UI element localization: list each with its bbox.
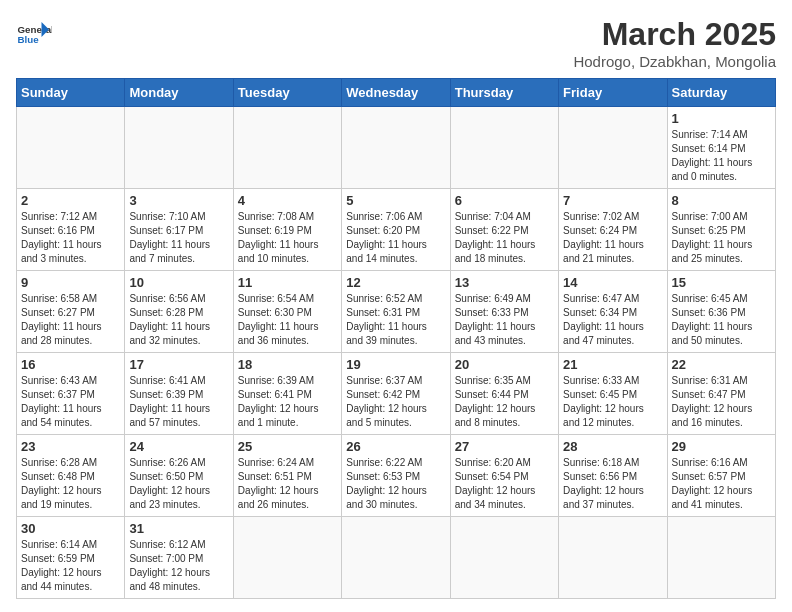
day-cell: 7Sunrise: 7:02 AM Sunset: 6:24 PM Daylig… xyxy=(559,189,667,271)
svg-text:Blue: Blue xyxy=(18,34,40,45)
logo: General Blue xyxy=(16,16,52,52)
day-info: Sunrise: 7:10 AM Sunset: 6:17 PM Dayligh… xyxy=(129,210,228,266)
day-cell: 5Sunrise: 7:06 AM Sunset: 6:20 PM Daylig… xyxy=(342,189,450,271)
day-number: 17 xyxy=(129,357,228,372)
day-number: 3 xyxy=(129,193,228,208)
weekday-header-tuesday: Tuesday xyxy=(233,79,341,107)
day-cell: 4Sunrise: 7:08 AM Sunset: 6:19 PM Daylig… xyxy=(233,189,341,271)
day-cell: 25Sunrise: 6:24 AM Sunset: 6:51 PM Dayli… xyxy=(233,435,341,517)
day-info: Sunrise: 6:41 AM Sunset: 6:39 PM Dayligh… xyxy=(129,374,228,430)
day-number: 19 xyxy=(346,357,445,372)
day-cell: 22Sunrise: 6:31 AM Sunset: 6:47 PM Dayli… xyxy=(667,353,775,435)
day-info: Sunrise: 7:04 AM Sunset: 6:22 PM Dayligh… xyxy=(455,210,554,266)
header: General Blue March 2025 Hodrogo, Dzabkha… xyxy=(16,16,776,70)
title-block: March 2025 Hodrogo, Dzabkhan, Mongolia xyxy=(573,16,776,70)
weekday-header-row: SundayMondayTuesdayWednesdayThursdayFrid… xyxy=(17,79,776,107)
day-number: 24 xyxy=(129,439,228,454)
day-cell: 30Sunrise: 6:14 AM Sunset: 6:59 PM Dayli… xyxy=(17,517,125,599)
day-info: Sunrise: 6:37 AM Sunset: 6:42 PM Dayligh… xyxy=(346,374,445,430)
weekday-header-thursday: Thursday xyxy=(450,79,558,107)
day-number: 22 xyxy=(672,357,771,372)
week-row-1: 1Sunrise: 7:14 AM Sunset: 6:14 PM Daylig… xyxy=(17,107,776,189)
day-number: 29 xyxy=(672,439,771,454)
day-info: Sunrise: 6:35 AM Sunset: 6:44 PM Dayligh… xyxy=(455,374,554,430)
day-info: Sunrise: 6:28 AM Sunset: 6:48 PM Dayligh… xyxy=(21,456,120,512)
day-cell: 24Sunrise: 6:26 AM Sunset: 6:50 PM Dayli… xyxy=(125,435,233,517)
day-number: 11 xyxy=(238,275,337,290)
day-cell: 13Sunrise: 6:49 AM Sunset: 6:33 PM Dayli… xyxy=(450,271,558,353)
day-cell xyxy=(125,107,233,189)
day-cell: 8Sunrise: 7:00 AM Sunset: 6:25 PM Daylig… xyxy=(667,189,775,271)
day-number: 28 xyxy=(563,439,662,454)
day-cell: 10Sunrise: 6:56 AM Sunset: 6:28 PM Dayli… xyxy=(125,271,233,353)
day-info: Sunrise: 6:31 AM Sunset: 6:47 PM Dayligh… xyxy=(672,374,771,430)
day-cell: 6Sunrise: 7:04 AM Sunset: 6:22 PM Daylig… xyxy=(450,189,558,271)
week-row-3: 9Sunrise: 6:58 AM Sunset: 6:27 PM Daylig… xyxy=(17,271,776,353)
day-number: 9 xyxy=(21,275,120,290)
day-info: Sunrise: 6:14 AM Sunset: 6:59 PM Dayligh… xyxy=(21,538,120,594)
day-number: 7 xyxy=(563,193,662,208)
day-info: Sunrise: 6:58 AM Sunset: 6:27 PM Dayligh… xyxy=(21,292,120,348)
week-row-4: 16Sunrise: 6:43 AM Sunset: 6:37 PM Dayli… xyxy=(17,353,776,435)
calendar-table: SundayMondayTuesdayWednesdayThursdayFrid… xyxy=(16,78,776,599)
day-info: Sunrise: 6:45 AM Sunset: 6:36 PM Dayligh… xyxy=(672,292,771,348)
day-info: Sunrise: 6:49 AM Sunset: 6:33 PM Dayligh… xyxy=(455,292,554,348)
day-number: 30 xyxy=(21,521,120,536)
day-cell: 23Sunrise: 6:28 AM Sunset: 6:48 PM Dayli… xyxy=(17,435,125,517)
day-info: Sunrise: 6:26 AM Sunset: 6:50 PM Dayligh… xyxy=(129,456,228,512)
day-cell: 12Sunrise: 6:52 AM Sunset: 6:31 PM Dayli… xyxy=(342,271,450,353)
day-number: 20 xyxy=(455,357,554,372)
day-info: Sunrise: 7:12 AM Sunset: 6:16 PM Dayligh… xyxy=(21,210,120,266)
day-info: Sunrise: 6:16 AM Sunset: 6:57 PM Dayligh… xyxy=(672,456,771,512)
day-cell: 14Sunrise: 6:47 AM Sunset: 6:34 PM Dayli… xyxy=(559,271,667,353)
day-cell xyxy=(233,107,341,189)
day-info: Sunrise: 6:52 AM Sunset: 6:31 PM Dayligh… xyxy=(346,292,445,348)
main-title: March 2025 xyxy=(573,16,776,53)
day-cell xyxy=(559,517,667,599)
day-cell: 9Sunrise: 6:58 AM Sunset: 6:27 PM Daylig… xyxy=(17,271,125,353)
day-info: Sunrise: 6:24 AM Sunset: 6:51 PM Dayligh… xyxy=(238,456,337,512)
day-number: 12 xyxy=(346,275,445,290)
day-info: Sunrise: 6:56 AM Sunset: 6:28 PM Dayligh… xyxy=(129,292,228,348)
day-number: 2 xyxy=(21,193,120,208)
day-info: Sunrise: 6:22 AM Sunset: 6:53 PM Dayligh… xyxy=(346,456,445,512)
week-row-5: 23Sunrise: 6:28 AM Sunset: 6:48 PM Dayli… xyxy=(17,435,776,517)
day-info: Sunrise: 7:00 AM Sunset: 6:25 PM Dayligh… xyxy=(672,210,771,266)
day-info: Sunrise: 6:33 AM Sunset: 6:45 PM Dayligh… xyxy=(563,374,662,430)
day-info: Sunrise: 7:02 AM Sunset: 6:24 PM Dayligh… xyxy=(563,210,662,266)
day-cell: 19Sunrise: 6:37 AM Sunset: 6:42 PM Dayli… xyxy=(342,353,450,435)
day-cell: 15Sunrise: 6:45 AM Sunset: 6:36 PM Dayli… xyxy=(667,271,775,353)
day-cell xyxy=(450,107,558,189)
day-cell: 29Sunrise: 6:16 AM Sunset: 6:57 PM Dayli… xyxy=(667,435,775,517)
day-cell: 26Sunrise: 6:22 AM Sunset: 6:53 PM Dayli… xyxy=(342,435,450,517)
weekday-header-saturday: Saturday xyxy=(667,79,775,107)
day-number: 6 xyxy=(455,193,554,208)
day-info: Sunrise: 7:08 AM Sunset: 6:19 PM Dayligh… xyxy=(238,210,337,266)
day-info: Sunrise: 6:47 AM Sunset: 6:34 PM Dayligh… xyxy=(563,292,662,348)
day-number: 15 xyxy=(672,275,771,290)
day-info: Sunrise: 7:14 AM Sunset: 6:14 PM Dayligh… xyxy=(672,128,771,184)
day-cell xyxy=(342,517,450,599)
generalblue-logo-icon: General Blue xyxy=(16,16,52,52)
day-cell: 31Sunrise: 6:12 AM Sunset: 7:00 PM Dayli… xyxy=(125,517,233,599)
day-info: Sunrise: 7:06 AM Sunset: 6:20 PM Dayligh… xyxy=(346,210,445,266)
day-number: 21 xyxy=(563,357,662,372)
day-number: 23 xyxy=(21,439,120,454)
day-cell: 1Sunrise: 7:14 AM Sunset: 6:14 PM Daylig… xyxy=(667,107,775,189)
day-cell xyxy=(233,517,341,599)
day-number: 18 xyxy=(238,357,337,372)
day-cell: 18Sunrise: 6:39 AM Sunset: 6:41 PM Dayli… xyxy=(233,353,341,435)
day-cell xyxy=(342,107,450,189)
day-number: 14 xyxy=(563,275,662,290)
day-cell: 2Sunrise: 7:12 AM Sunset: 6:16 PM Daylig… xyxy=(17,189,125,271)
weekday-header-sunday: Sunday xyxy=(17,79,125,107)
day-number: 10 xyxy=(129,275,228,290)
day-number: 5 xyxy=(346,193,445,208)
day-number: 4 xyxy=(238,193,337,208)
day-info: Sunrise: 6:39 AM Sunset: 6:41 PM Dayligh… xyxy=(238,374,337,430)
day-info: Sunrise: 6:43 AM Sunset: 6:37 PM Dayligh… xyxy=(21,374,120,430)
day-number: 13 xyxy=(455,275,554,290)
day-info: Sunrise: 6:12 AM Sunset: 7:00 PM Dayligh… xyxy=(129,538,228,594)
day-cell: 21Sunrise: 6:33 AM Sunset: 6:45 PM Dayli… xyxy=(559,353,667,435)
day-cell xyxy=(559,107,667,189)
